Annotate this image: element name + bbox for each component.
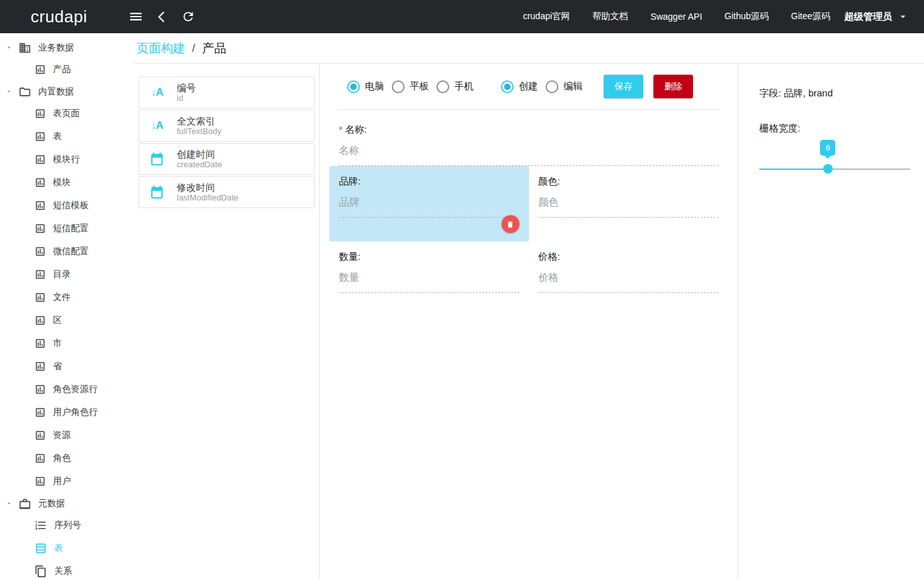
bar-chart-icon [34,315,46,326]
breadcrumb-link[interactable]: 页面构建 [137,40,185,57]
sidebar-item[interactable]: 省 [0,355,134,378]
sidebar-item[interactable]: 用户 [0,470,134,493]
sidebar-item-label: 用户 [53,476,71,487]
slider-thumb[interactable] [823,164,833,174]
sidebar-item[interactable]: 关系 [0,560,134,579]
form-field[interactable]: 品牌:品牌 [329,166,529,241]
sidebar-group[interactable]: 内置数据 [0,81,134,102]
sidebar-item-label: 市 [53,338,62,349]
radio-icon[interactable] [347,80,360,93]
sidebar-item[interactable]: 模块行 [0,148,134,171]
radio-label: 手机 [454,80,473,93]
save-button[interactable]: 保存 [604,75,643,98]
sidebar-item[interactable]: 表 [0,537,134,560]
sidebar-item[interactable]: 角色资源行 [0,378,134,401]
nav-link[interactable]: Gitee源码 [791,11,830,22]
sort-alpha-icon: ↓A [147,83,167,102]
form-toolbar: 电脑平板手机 创建编辑 保存 删除 [320,64,738,109]
radio-icon[interactable] [546,80,558,93]
widget-subtitle: lastModifiedDate [177,193,239,203]
form-field[interactable]: 数量:数量 [329,241,529,293]
user-menu[interactable]: 超级管理员 [844,11,909,23]
widget-subtitle: createdDate [177,160,222,170]
sidebar-item[interactable]: 角色 [0,447,134,470]
sort-alpha-icon: ↓A [147,116,167,135]
main-area: 页面构建 / 产品 ↓A编号id↓A全文索引fullTextBody创建时间cr… [134,33,924,579]
sidebar-tree: 业务数据产品内置数据表页面表模块行模块短信模板短信配置微信配置目录文件区市省角色… [0,37,134,579]
form-field[interactable]: 价格:价格 [529,241,729,293]
sidebar-item[interactable]: 用户角色行 [0,401,134,424]
radio-icon[interactable] [501,80,514,93]
sidebar-group[interactable]: 元数据 [0,493,134,514]
widget-card[interactable]: ↓A编号id [138,77,315,109]
copy-icon [34,565,47,578]
sidebar-item[interactable]: 表 [0,125,134,148]
widget-card[interactable]: 修改时间lastModifiedDate [138,176,315,208]
radio-option[interactable]: 创建 [501,80,538,93]
sidebar-item[interactable]: 模块 [0,171,134,194]
delete-field-button[interactable] [502,215,519,233]
field-input[interactable]: 品牌 [339,196,519,218]
field-input[interactable]: 价格 [539,271,719,293]
widget-card[interactable]: 创建时间createdDate [138,143,315,175]
radio-option[interactable]: 平板 [392,80,429,93]
field-input[interactable]: 名称 [339,144,719,166]
radio-icon[interactable] [392,80,405,93]
field-input[interactable]: 数量 [339,271,519,293]
form-field[interactable]: *名称:名称 [329,114,728,166]
delete-button[interactable]: 删除 [653,75,693,98]
nav-link[interactable]: Swagger API [650,11,702,22]
form-builder-panel: 电脑平板手机 创建编辑 保存 删除 *名称:名称品牌:品牌颜色:颜色数量:数量价… [319,64,738,579]
sidebar-item[interactable]: 目录 [0,263,134,286]
form-field[interactable]: 颜色:颜色 [529,166,729,218]
sidebar-item-label: 模块行 [53,154,80,165]
sidebar-item[interactable]: 短信模板 [0,194,134,217]
field-info: 字段: 品牌, brand [759,87,910,100]
field-label: 价格: [539,251,719,263]
nav-link[interactable]: Github源码 [724,11,768,22]
sidebar-group[interactable]: 业务数据 [0,37,134,58]
field-label: 品牌: [339,176,519,188]
back-icon[interactable] [154,9,170,24]
grid-width-slider[interactable]: 6 [759,164,910,174]
sidebar-item[interactable]: 资源 [0,424,134,447]
radio-label: 平板 [410,80,429,93]
sidebar-item[interactable]: 表页面 [0,102,134,125]
radio-option[interactable]: 手机 [436,80,473,93]
refresh-icon[interactable] [181,9,196,24]
sidebar-item[interactable]: 市 [0,332,134,355]
bar-chart-icon [34,223,46,234]
widget-subtitle: fullTextBody [177,126,221,137]
field-input[interactable]: 颜色 [539,196,719,218]
sidebar-item[interactable]: 产品 [0,58,134,81]
sidebar-item-label: 表 [53,131,62,142]
sidebar-item-label: 目录 [53,269,71,280]
expand-arrow-icon[interactable] [5,500,13,508]
sidebar-group-label: 元数据 [38,498,65,509]
sidebar-item[interactable]: 短信配置 [0,217,134,240]
radio-label: 电脑 [365,80,384,93]
sidebar-item[interactable]: 序列号 [0,514,134,537]
folder-icon [19,86,31,98]
device-radio-group: 电脑平板手机 [347,80,481,93]
radio-option[interactable]: 编辑 [546,80,583,93]
breadcrumb: 页面构建 / 产品 [134,33,924,64]
expand-arrow-icon[interactable] [5,44,13,52]
sidebar-item[interactable]: 文件 [0,286,134,309]
building-icon [19,41,31,54]
sidebar-item[interactable]: 区 [0,309,134,332]
menu-icon[interactable] [128,9,144,24]
sidebar-item[interactable]: 微信配置 [0,240,134,263]
radio-option[interactable]: 电脑 [347,80,384,93]
field-label: 数量: [339,251,519,263]
nav-link[interactable]: crudapi官网 [523,11,570,22]
sidebar-item-label: 微信配置 [53,246,89,257]
nav-link[interactable]: 帮助文档 [592,11,628,22]
required-mark: * [339,124,343,135]
field-inspector: 字段: 品牌, brand 栅格宽度: 6 [738,64,924,579]
radio-icon[interactable] [436,80,449,93]
widget-card[interactable]: ↓A全文索引fullTextBody [138,110,315,142]
breadcrumb-current: 产品 [202,40,227,57]
radio-label: 编辑 [563,80,583,93]
expand-arrow-icon[interactable] [5,88,13,96]
